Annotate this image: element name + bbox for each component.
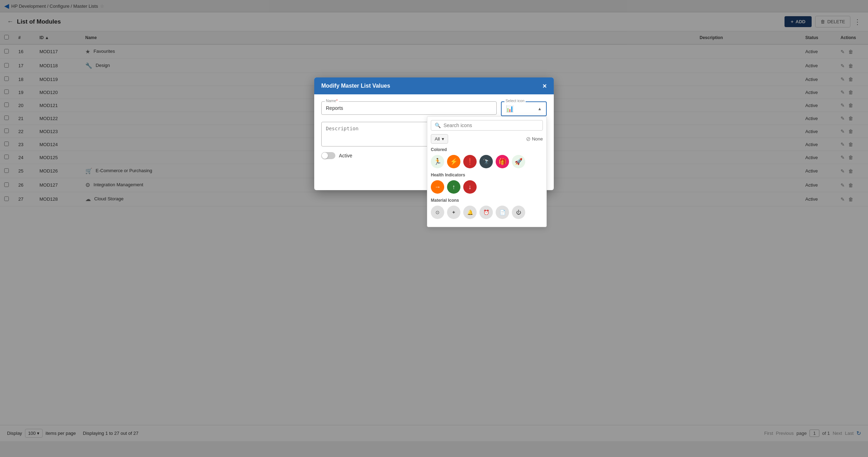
icon-arrow-up[interactable]: ↑ <box>447 180 460 194</box>
name-icon-row: Name* Select icon 📊 ▲ 🔍 <box>321 101 547 116</box>
icon-search-input[interactable] <box>444 123 539 128</box>
material-section-title: Material Icons <box>431 198 543 203</box>
none-icon: ⊘ <box>526 136 531 142</box>
name-input[interactable] <box>321 101 497 115</box>
icon-mat-5[interactable]: 📄 <box>496 206 509 219</box>
icon-binoculars[interactable]: 🔭 <box>479 155 493 168</box>
name-field-group: Name* <box>321 101 497 115</box>
modal-body: Name* Select icon 📊 ▲ 🔍 <box>314 94 554 172</box>
colored-icon-grid: 🏃 ⚡ ❗ 🔭 🎁 🚀 <box>431 155 543 168</box>
select-icon-label: Select icon <box>504 99 526 103</box>
icon-rocket[interactable]: 🚀 <box>512 155 525 168</box>
colored-section-title: Colored <box>431 147 543 152</box>
modal-header: Modify Master List Values × <box>314 77 554 94</box>
modify-modal: Modify Master List Values × Name* Select… <box>314 77 554 190</box>
modal-title: Modify Master List Values <box>321 83 390 89</box>
filter-chevron-icon: ▾ <box>442 136 444 142</box>
chevron-up-icon: ▲ <box>538 106 542 111</box>
icon-arrow-down[interactable]: ↓ <box>463 180 477 194</box>
name-label: Name* <box>325 99 339 103</box>
icon-mat-1[interactable]: ⊙ <box>431 206 444 219</box>
icon-mat-6[interactable]: ⏻ <box>512 206 525 219</box>
active-label: Active <box>339 153 352 158</box>
selected-icon-display: 📊 <box>506 105 514 113</box>
icon-gift[interactable]: 🎁 <box>496 155 509 168</box>
modal-close-button[interactable]: × <box>542 82 547 89</box>
icon-arrow-right[interactable]: → <box>431 180 444 194</box>
search-icon: 🔍 <box>435 123 441 128</box>
icon-mat-4[interactable]: ⏰ <box>479 206 493 219</box>
material-icon-grid: ⊙ ✦ 🔔 ⏰ 📄 ⏻ <box>431 206 543 219</box>
icon-dropdown-scroll: Colored 🏃 ⚡ ❗ 🔭 🎁 🚀 Health Indicators <box>431 147 543 223</box>
icon-alert[interactable]: ❗ <box>463 155 477 168</box>
icon-filter-row: All ▾ ⊘ None <box>431 134 543 144</box>
icon-lightning[interactable]: ⚡ <box>447 155 460 168</box>
active-toggle[interactable] <box>321 152 335 159</box>
none-button[interactable]: ⊘ None <box>526 136 543 142</box>
icon-field-group: Select icon 📊 ▲ 🔍 All ▾ <box>501 101 547 116</box>
none-label: None <box>532 136 543 142</box>
health-icon-grid: → ↑ ↓ <box>431 180 543 194</box>
icon-select-button[interactable]: 📊 ▲ <box>501 101 547 116</box>
icon-run[interactable]: 🏃 <box>431 155 444 168</box>
icon-mat-3[interactable]: 🔔 <box>463 206 477 219</box>
icon-dropdown: 🔍 All ▾ ⊘ None <box>427 116 547 227</box>
filter-value: All <box>435 136 440 142</box>
icon-search-row: 🔍 <box>431 120 543 131</box>
icon-mat-2[interactable]: ✦ <box>447 206 460 219</box>
icon-filter-select[interactable]: All ▾ <box>431 134 448 144</box>
health-section-title: Health Indicators <box>431 173 543 177</box>
